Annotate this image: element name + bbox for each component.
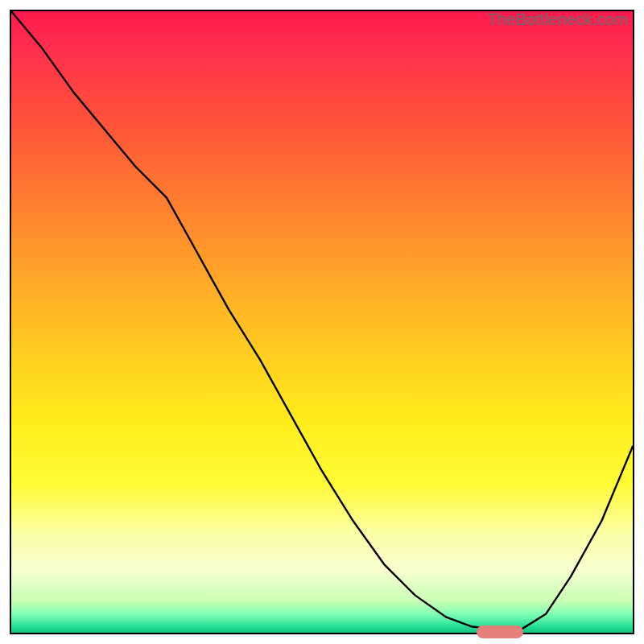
chart-frame: TheBottleneck.com <box>10 10 634 634</box>
optimal-point-marker <box>477 625 523 638</box>
bottleneck-curve <box>11 11 633 630</box>
plot-svg <box>11 11 633 633</box>
